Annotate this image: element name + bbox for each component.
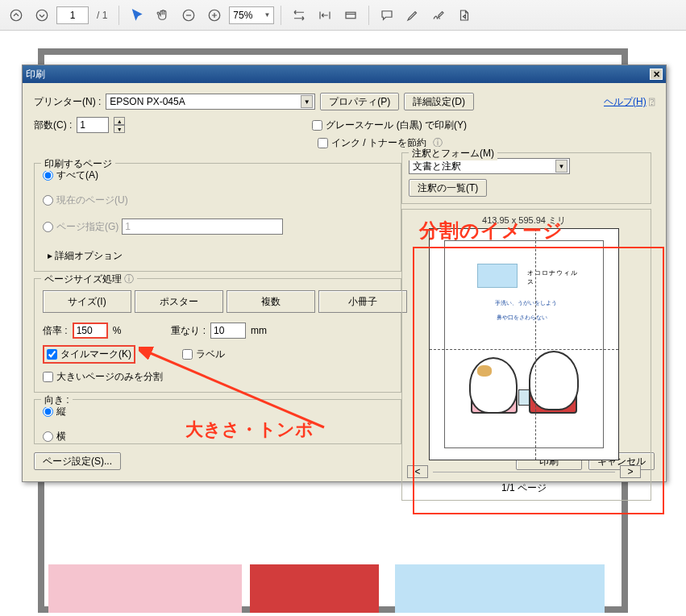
printer-label: プリンター(N) : [34, 95, 101, 109]
copies-input[interactable]: 1 [77, 117, 109, 133]
orientation-fieldset: 向き : 縦 横 [34, 399, 401, 444]
app-toolbar: / 1 75%▼ [0, 0, 686, 31]
tile-cut-vertical [535, 229, 536, 460]
orientation-legend: 向き : [41, 393, 73, 407]
preview-page-indicator: 1/1 ページ [407, 481, 641, 495]
overlap-input[interactable]: 10 [210, 323, 246, 339]
preview-prev-button[interactable]: < [407, 465, 428, 478]
overlap-unit: mm [251, 325, 267, 336]
zoom-level-select[interactable]: 75%▼ [229, 6, 274, 24]
pages-current-radio[interactable]: 現在のページ(U) [43, 194, 393, 207]
dialog-titlebar: 印刷 ✕ [23, 65, 666, 83]
dialog-title: 印刷 [26, 68, 45, 81]
grayscale-checkbox[interactable]: グレースケール (白黒) で印刷(Y) [312, 119, 467, 132]
svg-point-1 [36, 10, 48, 21]
scale-unit: % [113, 325, 122, 336]
annotations-legend: 注釈とフォーム(M) [409, 147, 497, 160]
annotations-select[interactable]: 文書と注釈▼ [409, 158, 570, 174]
scale-label: 倍率 : [43, 324, 68, 338]
annotations-fieldset: 注釈とフォーム(M) 文書と注釈▼ 注釈の一覧(T) [401, 152, 651, 204]
printer-select[interactable]: EPSON PX-045A▼ [106, 94, 315, 110]
print-dialog: 印刷 ✕ プリンター(N) : EPSON PX-045A▼ プロパティ(P) … [22, 65, 667, 482]
poster-button[interactable]: ポスター [135, 290, 223, 313]
overlap-label: 重なり : [171, 324, 206, 338]
large-only-checkbox[interactable]: 大きいページのみを分割 [43, 370, 393, 384]
pages-range-radio[interactable]: ページ指定(G) 1 [43, 219, 393, 235]
sign-icon[interactable] [427, 4, 450, 27]
document-peek-image [48, 564, 613, 613]
page-up-icon[interactable] [5, 4, 27, 27]
preview-page-image: オコロナウィルス 手洗い、うがいをしよう 鼻や口をさわらない [466, 264, 582, 420]
fit-page-icon[interactable] [314, 4, 336, 27]
booklet-button[interactable]: 小冊子 [318, 290, 407, 313]
svg-point-0 [10, 10, 22, 21]
annotations-summary-button[interactable]: 注釈の一覧(T) [409, 179, 487, 197]
fit-width-icon[interactable] [288, 4, 310, 27]
page-number-input[interactable] [56, 6, 89, 24]
portrait-radio[interactable]: 縦 [43, 405, 393, 418]
share-icon[interactable] [453, 4, 476, 27]
page-setup-button[interactable]: ページ設定(S)... [34, 452, 121, 470]
help-link[interactable]: ヘルプ(H) [604, 96, 647, 107]
close-icon[interactable]: ✕ [650, 69, 663, 80]
read-mode-icon[interactable] [339, 4, 362, 27]
highlight-icon[interactable] [401, 4, 424, 27]
hand-tool-icon[interactable] [152, 4, 174, 27]
sizing-fieldset: ページサイズ処理 ⓘ サイズ(I) ポスター 複数 小冊子 倍率 : 150 %… [34, 278, 401, 393]
select-tool-icon[interactable] [126, 4, 148, 27]
zoom-in-icon[interactable] [203, 4, 226, 27]
advanced-settings-button[interactable]: 詳細設定(D) [404, 93, 474, 110]
preview-dimensions: 413.95 x 595.94 ミリ [407, 214, 641, 227]
tile-cut-horizontal [430, 349, 618, 350]
sizing-legend: ページサイズ処理 ⓘ [41, 273, 137, 286]
help-icon[interactable]: ⍰ [649, 96, 655, 107]
landscape-radio[interactable]: 横 [43, 430, 393, 443]
scale-input[interactable]: 150 [73, 323, 108, 339]
pages-more-options[interactable]: ▸ 詳細オプション [43, 246, 393, 263]
preview-canvas: オコロナウィルス 手洗い、うがいをしよう 鼻や口をさわらない [429, 228, 619, 460]
svg-rect-4 [346, 12, 355, 19]
pages-range-input: 1 [122, 219, 283, 235]
labels-checkbox[interactable]: ラベル [182, 348, 225, 361]
size-button[interactable]: サイズ(I) [43, 290, 131, 313]
preview-next-button[interactable]: > [620, 465, 641, 478]
pages-fieldset: 印刷するページ すべて(A) 現在のページ(U) ページ指定(G) 1 ▸ 詳細… [34, 163, 401, 272]
properties-button[interactable]: プロパティ(P) [320, 93, 399, 110]
zoom-out-icon[interactable] [177, 4, 200, 27]
comment-icon[interactable] [376, 4, 398, 27]
preview-panel: 413.95 x 595.94 ミリ オコロナウィルス 手洗い、うがいをしよう … [401, 209, 651, 501]
tile-marks-checkbox[interactable]: タイルマーク(K) [47, 348, 131, 361]
multiple-button[interactable]: 複数 [227, 290, 315, 313]
page-total-label: / 1 [92, 10, 112, 21]
copies-label: 部数(C) : [34, 119, 72, 132]
pages-legend: 印刷するページ [41, 157, 115, 171]
copies-spinner[interactable]: ▲▼ [114, 117, 125, 133]
page-down-icon[interactable] [31, 4, 53, 27]
